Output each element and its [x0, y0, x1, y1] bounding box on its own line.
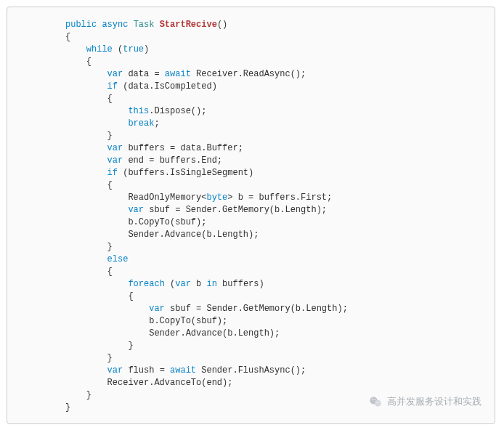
wechat-icon [368, 394, 383, 409]
svg-point-5 [378, 402, 379, 403]
svg-point-4 [376, 402, 377, 403]
svg-point-3 [374, 399, 375, 400]
code-block-frame: public async Task StartRecive() { while … [7, 7, 495, 424]
svg-point-1 [375, 400, 381, 407]
watermark: 高并发服务设计和实践 [368, 394, 481, 409]
svg-point-2 [372, 399, 373, 400]
watermark-text: 高并发服务设计和实践 [387, 395, 481, 408]
code-listing: public async Task StartRecive() { while … [7, 19, 495, 414]
